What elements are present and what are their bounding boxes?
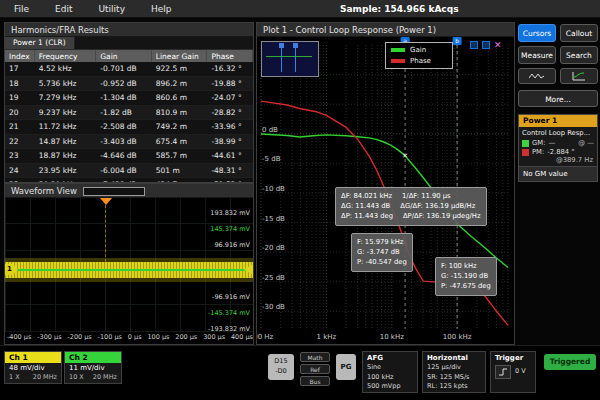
table-cell: 22 (5, 135, 35, 149)
table-cell: 18 (5, 77, 35, 91)
svg-text:-25 dB: -25 dB (262, 274, 285, 282)
menu-file[interactable]: File (14, 4, 29, 14)
thumbnail-gain-trace (266, 56, 312, 57)
svg-text:-10 dB: -10 dB (262, 185, 285, 193)
ch2-label[interactable]: Ch 2 (65, 352, 121, 363)
table-cell: -3.403 dB (96, 135, 152, 149)
bode-plot-area[interactable]: 0 dB-5 dB-10 dB-15 dB-20 dB-25 dB-30 dB1… (257, 37, 514, 344)
results-tab-power1[interactable]: Power 1 (CLR) (5, 37, 75, 49)
thumbnail-cursor-b-handle[interactable] (293, 43, 298, 48)
waveform-voltage-label: -145.374 mV (208, 309, 250, 317)
waveform-display[interactable]: 1 193.832 mV145.374 mV96.916 mV-96.916 m… (5, 198, 253, 332)
plot-panel-title[interactable]: Plot 1 - Control Loop Response (Power 1) (257, 23, 514, 37)
trigger-level: 0 V (515, 367, 526, 376)
results-panel-title[interactable]: Harmonics/FRA Results (5, 23, 253, 37)
digital-channels-button[interactable]: D15 -D0 (268, 354, 294, 380)
waveform-voltage-label: 145.374 mV (210, 225, 250, 233)
plot-close-icon[interactable]: ✕ (494, 40, 502, 50)
menu-help[interactable]: Help (151, 4, 172, 14)
table-row-20[interactable]: 209.237 kHz-1.82 dB810.9 m-28.82 ° (5, 106, 253, 121)
table-row-25[interactable]: 2530.39 kHz-7.438 dB424.7 m-51.52 ° (5, 178, 253, 182)
results-table-body[interactable]: 174.52 kHz-0.701 dB922.5 m-16.32 °185.73… (5, 62, 253, 182)
table-cell: 25 (5, 178, 35, 182)
afg-badge[interactable]: AFG Sine100 kHz500 mVpp (362, 351, 418, 393)
cursor-delta-readout[interactable]: ΔF: 84.021 kHz1/ΔF: 11.90 μsΔG: 11.443 d… (335, 187, 487, 226)
table-cell: 896.2 m (152, 77, 208, 91)
plot-legend[interactable]: GainPhase (385, 42, 453, 69)
pattern-generator-button[interactable]: PG (336, 354, 356, 380)
ch2-badge[interactable]: Ch 2 11 mV/div 10 X 20 MHz (64, 351, 122, 384)
add-bus-button[interactable]: Bus (300, 376, 330, 386)
callout-button[interactable]: Callout (560, 24, 598, 42)
table-cell: 675.4 m (152, 135, 208, 149)
cursors-button[interactable]: Cursors (518, 24, 556, 42)
table-cell: 23 (5, 149, 35, 163)
info-line: 500 mVpp (367, 382, 413, 391)
gm-frequency: @ — (578, 139, 594, 147)
trigger-title: Trigger (495, 353, 531, 363)
gain-color-chip (391, 48, 405, 52)
power1-badge-title[interactable]: Power 1 (519, 115, 597, 127)
plot-badge-icon-button[interactable] (560, 68, 598, 84)
table-cell: 17 (5, 62, 35, 76)
search-button[interactable]: Search (560, 46, 598, 64)
table-row-19[interactable]: 197.279 kHz-1.304 dB860.6 m-24.07 ° (5, 91, 253, 106)
cursor-b-readout[interactable]: F: 100 kHzG: -15.190 dBP: -47.675 deg (435, 257, 497, 296)
more-button[interactable]: More... (518, 90, 598, 107)
plot-overview-thumbnail[interactable] (261, 41, 319, 77)
waveform-view-panel: Waveform View 1 193.832 mV145.374 mV96.9… (4, 183, 254, 345)
table-cell: 20 (5, 106, 35, 120)
waveform-badge-icon-button[interactable] (518, 68, 556, 84)
bottom-settings-bar: Ch 1 48 mV/div 1 X 20 MHz Ch 2 11 mV/div… (0, 345, 600, 400)
table-cell: 4.52 kHz (35, 62, 97, 76)
legend-item-phase: Phase (391, 57, 447, 65)
gm-label: GM: (532, 139, 545, 147)
add-math-button[interactable]: Math (300, 352, 330, 362)
thumbnail-cursor-a-handle[interactable] (279, 43, 284, 48)
measure-button[interactable]: Measure (518, 46, 556, 64)
phase-color-chip (391, 59, 405, 63)
svg-text:0 dB: 0 dB (262, 126, 278, 134)
table-row-17[interactable]: 174.52 kHz-0.701 dB922.5 m-16.32 ° (5, 62, 253, 77)
ch1-label[interactable]: Ch 1 (5, 352, 61, 363)
menu-utility[interactable]: Utility (99, 4, 125, 14)
info-line: SR: 125 MS/s (427, 373, 481, 382)
waveform-voltage-label: 193.832 mV (210, 209, 250, 217)
table-cell: -19.88 ° (207, 77, 253, 91)
power1-measurement-badge[interactable]: Power 1 Control Loop Resp... GM: — @ — P… (518, 114, 598, 182)
table-cell: 7.279 kHz (35, 91, 97, 105)
menu-edit[interactable]: Edit (55, 4, 72, 14)
ch2-probe: 10 X (69, 373, 84, 381)
add-ref-button[interactable]: Ref (300, 364, 330, 374)
cursor-a-readout[interactable]: F: 15.979 kHzG: -3.747 dBP: -40.547 deg (351, 233, 413, 272)
table-row-23[interactable]: 2318.87 kHz-4.646 dB585.7 m-44.61 ° (5, 149, 253, 164)
trigger-position-icon[interactable] (100, 198, 112, 205)
ch1-badge[interactable]: Ch 1 48 mV/div 1 X 20 MHz (4, 351, 62, 384)
table-row-21[interactable]: 2111.72 kHz-2.508 dB749.2 m-33.96 ° (5, 120, 253, 135)
horizontal-badge[interactable]: Horizontal 125 μs/divSR: 125 MS/sRL: 125… (422, 351, 486, 393)
thumbnail-cursor-b-line (295, 46, 296, 72)
table-row-24[interactable]: 2423.95 kHz-6.004 dB501 m-48.31 ° (5, 164, 253, 179)
ch2-trace[interactable] (5, 269, 253, 271)
table-cell: 11.72 kHz (35, 120, 97, 134)
waveform-time-label: 400 μs (231, 333, 253, 341)
table-row-22[interactable]: 2214.87 kHz-3.403 dB675.4 m-38.99 ° (5, 135, 253, 150)
svg-text:✕: ✕ (402, 152, 408, 160)
waveform-zoom-scrollbar[interactable] (83, 187, 145, 196)
table-cell: -2.508 dB (96, 120, 152, 134)
plot-resize-icon[interactable] (482, 41, 490, 49)
plot-tool-icon[interactable] (470, 41, 478, 49)
trigger-badge[interactable]: Trigger 0 V (490, 351, 536, 393)
thumbnail-cursor-a-line (281, 46, 282, 72)
add-math-ref-bus-column: MathRefBus (300, 352, 330, 386)
ch2-bandwidth: 20 MHz (93, 373, 117, 381)
afg-settings: Sine100 kHz500 mVpp (367, 363, 413, 391)
info-line: RL: 125 kpts (427, 382, 481, 391)
table-cell: 860.6 m (152, 91, 208, 105)
table-row-18[interactable]: 185.736 kHz-0.952 dB896.2 m-19.88 ° (5, 77, 253, 92)
mini-waveform-icon (529, 72, 545, 80)
control-loop-plot-panel: Plot 1 - Control Loop Response (Power 1)… (256, 22, 515, 345)
table-cell: -0.952 dB (96, 77, 152, 91)
waveform-time-label: -100 μs (98, 333, 122, 341)
pm-color-chip (522, 149, 529, 156)
